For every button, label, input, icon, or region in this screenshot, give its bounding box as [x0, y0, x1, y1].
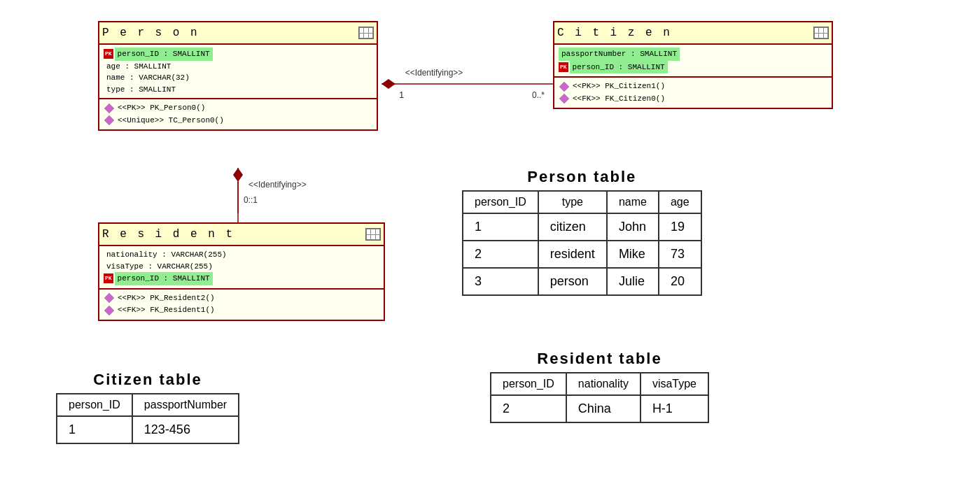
- table-row: 1citizenJohn19: [463, 213, 701, 241]
- table-icon-citizen: [813, 27, 829, 39]
- person-field-2: age : SMALLINT: [104, 61, 372, 73]
- resident-field-3: PK person_ID : SMALLINT: [104, 272, 379, 285]
- svg-marker-12: [559, 82, 569, 92]
- resident-method-2: <<FK>> FK_Resident1(): [104, 304, 379, 317]
- citizen-col-passport: passportNumber: [132, 394, 239, 416]
- svg-text:1: 1: [399, 90, 404, 100]
- table-icon-resident: [365, 228, 381, 241]
- person-method-1: <<PK>> PK_Person0(): [104, 102, 372, 115]
- person-data-table: person_ID type name age 1citizenJohn192r…: [462, 190, 702, 296]
- resident-entity-header: R e s i d e n t: [99, 224, 384, 246]
- resident-method-1: <<PK>> PK_Resident2(): [104, 292, 379, 305]
- resident-title: R e s i d e n t: [102, 228, 234, 241]
- table-row: 2residentMike73: [463, 241, 701, 268]
- svg-text:<<Identifying>>: <<Identifying>>: [248, 180, 307, 190]
- person-method-2: <<Unique>> TC_Person0(): [104, 115, 372, 127]
- person-entity: P e r s o n PK person_ID : SMALLINT age …: [98, 21, 378, 131]
- svg-marker-1: [382, 79, 396, 89]
- person-col-age: age: [659, 191, 701, 213]
- svg-text:<<Identifying>>: <<Identifying>>: [405, 68, 463, 78]
- person-table-header-row: person_ID type name age: [463, 191, 701, 213]
- resident-entity: R e s i d e n t nationality : VARCHAR(25…: [98, 222, 385, 321]
- citizen-table-header-row: person_ID passportNumber: [57, 394, 239, 416]
- person-entity-header: P e r s o n: [99, 22, 377, 45]
- person-table-title: Person table: [462, 168, 702, 186]
- citizen-fields: passportNumber : SMALLINT PK person_ID :…: [554, 45, 832, 78]
- citizen-table-body: 1123-456: [57, 416, 239, 443]
- person-fields: PK person_ID : SMALLINT age : SMALLINT n…: [99, 45, 377, 99]
- resident-field-2: visaType : VARCHAR(255): [104, 261, 379, 273]
- citizen-title: C i t i z e n: [557, 27, 672, 39]
- citizen-methods: <<PK>> PK_Citizen1() <<FK>> FK_Citizen0(…: [554, 78, 832, 108]
- person-table-body: 1citizenJohn192residentMike733personJuli…: [463, 213, 701, 295]
- svg-marker-11: [104, 115, 114, 125]
- resident-data-table: person_ID nationality visaType 2ChinaH-1: [490, 372, 709, 423]
- citizen-entity-header: C i t i z e n: [554, 22, 832, 45]
- person-field-1: PK person_ID : SMALLINT: [104, 48, 372, 61]
- resident-fields: nationality : VARCHAR(255) visaType : VA…: [99, 246, 384, 290]
- svg-marker-10: [104, 104, 114, 113]
- citizen-data-table: person_ID passportNumber 1123-456: [56, 393, 239, 444]
- resident-col-visatype: visaType: [640, 373, 708, 395]
- citizen-method-1: <<PK>> PK_Citizen1(): [559, 80, 827, 93]
- resident-table-header-row: person_ID nationality visaType: [491, 373, 708, 395]
- citizen-entity: C i t i z e n passportNumber : SMALLINT …: [553, 21, 833, 109]
- person-col-id: person_ID: [463, 191, 538, 213]
- svg-marker-15: [104, 306, 114, 315]
- svg-text:0::1: 0::1: [244, 195, 258, 205]
- svg-marker-6: [233, 168, 243, 182]
- citizen-method-2: <<FK>> FK_Citizen0(): [559, 93, 827, 106]
- resident-methods: <<PK>> PK_Resident2() <<FK>> FK_Resident…: [99, 290, 384, 320]
- svg-text:0..*: 0..*: [532, 90, 545, 100]
- svg-marker-14: [104, 293, 114, 303]
- person-col-name: name: [607, 191, 659, 213]
- svg-marker-13: [559, 94, 569, 104]
- citizen-table-title: Citizen table: [56, 371, 239, 389]
- main-container: <<Identifying>> 1 0..* <<Identifying>> 0…: [0, 0, 980, 484]
- table-icon-person: [358, 27, 374, 39]
- citizen-field-2: PK person_ID : SMALLINT: [559, 61, 827, 74]
- resident-table-title: Resident table: [490, 350, 709, 368]
- person-field-4: type : SMALLINT: [104, 84, 372, 96]
- citizen-field-1: passportNumber : SMALLINT: [559, 48, 827, 61]
- resident-data-section: Resident table person_ID nationality vis…: [490, 350, 709, 423]
- table-row: 1123-456: [57, 416, 239, 443]
- table-row: 3personJulie20: [463, 268, 701, 295]
- person-title: P e r s o n: [102, 27, 200, 39]
- citizen-col-person-id: person_ID: [57, 394, 132, 416]
- resident-field-1: nationality : VARCHAR(255): [104, 249, 379, 261]
- resident-table-body: 2ChinaH-1: [491, 395, 708, 422]
- citizen-data-section: Citizen table person_ID passportNumber 1…: [56, 371, 239, 444]
- person-field-3: name : VARCHAR(32): [104, 72, 372, 84]
- person-col-type: type: [538, 191, 607, 213]
- person-methods: <<PK>> PK_Person0() <<Unique>> TC_Person…: [99, 99, 377, 129]
- resident-col-id: person_ID: [491, 373, 566, 395]
- resident-col-nationality: nationality: [566, 373, 640, 395]
- person-data-section: Person table person_ID type name age 1ci…: [462, 168, 702, 296]
- table-row: 2ChinaH-1: [491, 395, 708, 422]
